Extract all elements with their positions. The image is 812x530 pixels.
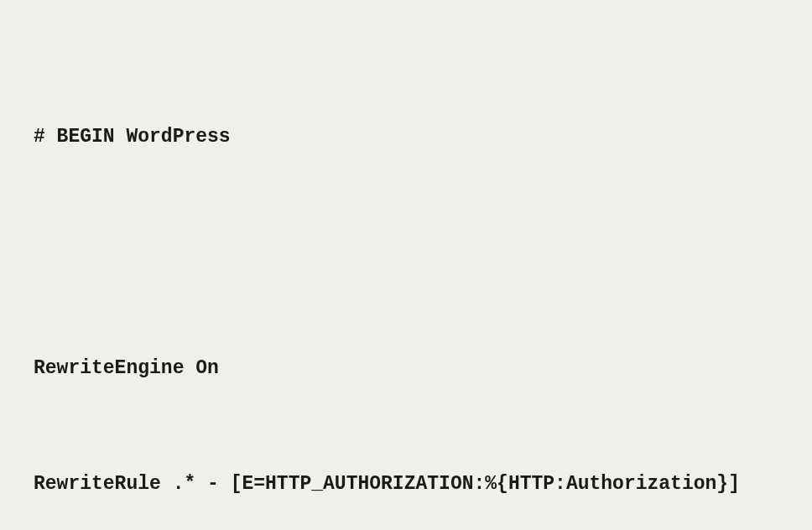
htaccess-code-block: # BEGIN WordPress RewriteEngine On Rewri… <box>34 40 778 530</box>
code-line-rewrite-engine: RewriteEngine On <box>34 349 778 387</box>
code-line-begin-comment: # BEGIN WordPress <box>34 117 778 156</box>
code-line-blank <box>34 233 778 272</box>
code-line-rewrite-rule-auth: RewriteRule .* - [E=HTTP_AUTHORIZATION:%… <box>34 465 778 503</box>
